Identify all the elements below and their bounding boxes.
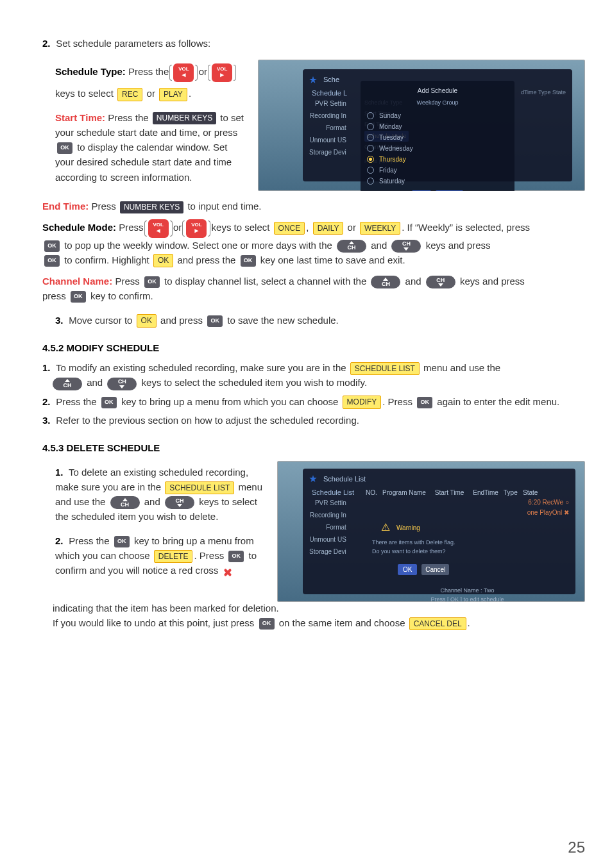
s453-2-c: . Press: [194, 550, 224, 561]
ss2-footer2: Press [ OK ] to edit schedule: [366, 596, 569, 601]
warning-icon: ⚠: [381, 520, 390, 536]
day-row: Saturday: [367, 176, 508, 187]
tv-sidebar-item: Unmount US: [309, 533, 346, 546]
radio-icon: [367, 112, 374, 119]
tv-sidebar-item: PVR Settin: [309, 497, 346, 509]
step-num: 2.: [55, 535, 64, 546]
ss2-title: Schedule List: [323, 474, 366, 485]
tv-overlay-1: Sche Schedule L PVR Settin Recording In …: [303, 69, 572, 181]
label-schedule-type: Schedule Type:: [55, 67, 126, 78]
ss2-warn-title: Warning: [396, 523, 420, 533]
top-left-col: Schedule Type: Press the VOL◄ or VOL► ke…: [55, 60, 246, 188]
delete-option: DELETE: [154, 550, 193, 563]
tv-sidebar-item: PVR Settin: [309, 97, 346, 110]
end-time-press: Press: [91, 201, 115, 212]
s453-2-f: If you would like to undo at this point,…: [53, 617, 254, 628]
star-icon: [309, 475, 317, 483]
step-num: 2.: [42, 396, 51, 407]
cn-confirm: key to confirm.: [90, 290, 153, 301]
day-label: Tuesday: [379, 132, 404, 143]
s452-2-d: again to enter the edit menu.: [437, 396, 559, 407]
sm-keys-select: keys to select: [212, 222, 270, 233]
s453-2-a: Press the: [69, 535, 109, 546]
schedule-type-line2: keys to select REC or PLAY.: [55, 86, 246, 101]
or-text-2: or: [147, 88, 155, 99]
sm-last: key one last time to save and exit.: [260, 255, 405, 265]
cn-press: Press: [115, 276, 139, 287]
popup-sub: Weekday Group: [367, 99, 508, 108]
ss2-title-row: Schedule List: [309, 474, 366, 485]
vol-left-key-icon: VOL◄: [148, 219, 169, 238]
step-num: 3.: [42, 415, 51, 426]
ok-key-icon: OK: [114, 536, 130, 547]
channel-name-block: Channel Name: Press OK to display channe…: [42, 274, 585, 304]
s453-and: and: [144, 496, 160, 507]
ok-key-icon: OK: [44, 255, 60, 267]
ss2-sidebar: PVR Settin Recording In Format Unmount U…: [309, 497, 346, 558]
sm-confirm: to confirm. Highlight: [64, 255, 149, 265]
day-label: Friday: [379, 165, 397, 176]
cancel-del-option: CANCEL DEL: [409, 617, 466, 631]
sm-keys-press: keys and press: [426, 240, 491, 251]
s452-2-b: key to bring up a menu from which you ca…: [121, 396, 339, 407]
ok-key-icon: OK: [207, 315, 223, 327]
s452-1-c: keys to select the scheduled item you wi…: [142, 377, 368, 388]
label-schedule-mode: Schedule Mode:: [42, 222, 116, 233]
label-end-time: End Time:: [42, 201, 89, 212]
ch-up-key-icon: CH: [371, 276, 400, 288]
s452-1-b: menu and use the: [423, 362, 500, 373]
ok-key-icon: OK: [101, 397, 117, 408]
sm-popup: to pop up the weekly window. Select one …: [64, 240, 332, 251]
cn-and: and: [405, 276, 421, 287]
sm-or: or: [173, 222, 182, 233]
schedule-mode-block: Schedule Mode: Press VOL◄ or VOL► keys t…: [42, 219, 585, 268]
ss2-cols: NO. Program Name Start Time EndTime Type…: [366, 488, 569, 498]
schedule-type-line: Schedule Type: Press the VOL◄ or VOL►: [55, 63, 246, 82]
delete-left: 1. To delete an existing scheduled recor…: [55, 461, 266, 582]
ss2-table-area: NO. Program Name Start Time EndTime Type…: [366, 488, 569, 602]
end-time-after: to input end time.: [187, 201, 261, 212]
s3-c: to save the new schedule.: [227, 315, 338, 326]
schedule-type-press: Press the: [128, 67, 169, 78]
start-time-display: to display the calendar window. Set your…: [55, 142, 232, 183]
ss2-warning: ⚠ Warning: [381, 520, 569, 536]
ch-down-key-icon: CH: [391, 240, 421, 253]
tv-sidebar-item: Storage Devi: [309, 146, 346, 158]
radio-icon: [367, 145, 374, 152]
step-num: 1.: [55, 467, 64, 478]
weekly-option: WEEKLY: [360, 222, 400, 235]
number-keys-badge-2: NUMBER KEYS: [120, 201, 183, 213]
popup-cancel-btn: Cancel: [436, 190, 463, 192]
heading-452: 4.5.2 MODIFY SCHEDULE: [42, 340, 585, 355]
ch-up-key-icon: CH: [337, 240, 366, 253]
ok-key-icon: OK: [57, 142, 72, 154]
day-row: Thursday: [367, 154, 508, 165]
ss2-btns: OK Cancel: [398, 560, 569, 576]
ss2-warn-msg2: Do you want to delete them?: [372, 547, 569, 556]
ch-up-key-icon: CH: [53, 378, 82, 390]
day-row: Sunday: [367, 110, 508, 121]
s452-and: and: [87, 377, 103, 388]
day-label: Wednesday: [379, 143, 413, 154]
tv-sidebar-item: Unmount US: [309, 134, 346, 146]
ok-key-icon: OK: [228, 551, 244, 562]
red-cross-icon: [223, 566, 233, 576]
step-num: 3.: [55, 315, 64, 326]
radio-icon: [367, 167, 374, 174]
s3-b: and press: [160, 315, 203, 326]
ok-key-icon: OK: [44, 240, 60, 252]
ok-key-icon: OK: [71, 291, 86, 303]
s452-3: Refer to the previous section on how to …: [56, 415, 359, 426]
tv-partial-title: Sche: [323, 74, 339, 85]
radio-icon: [367, 178, 374, 185]
star-icon: [309, 76, 317, 84]
s453-2-e: indicating that the item has been marked…: [53, 603, 279, 613]
top-two-col: Schedule Type: Press the VOL◄ or VOL► ke…: [55, 60, 585, 191]
s452-item-2: 2. Press the OK key to bring up a menu f…: [42, 394, 585, 409]
label-start-time: Start Time:: [55, 112, 105, 123]
keys-select-text: keys to select: [55, 88, 114, 99]
step-num: 1.: [42, 362, 51, 373]
ss2-cancel: Cancel: [421, 564, 449, 576]
tv-sidebar-item: Recording In: [309, 110, 346, 122]
ok-option: OK: [153, 254, 173, 267]
